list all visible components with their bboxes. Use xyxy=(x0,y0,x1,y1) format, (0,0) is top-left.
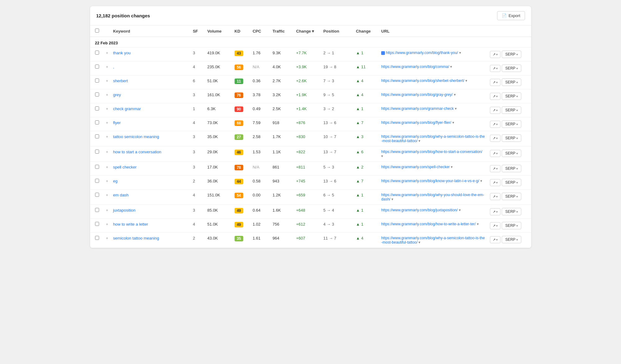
row-checkbox[interactable] xyxy=(95,208,99,212)
row-checkbox[interactable] xyxy=(95,165,99,169)
serp-button[interactable]: SERP ▾ xyxy=(502,222,521,229)
chart-button[interactable]: ↗ ▾ xyxy=(490,79,500,86)
chart-button[interactable]: ↗ ▾ xyxy=(490,165,500,172)
row-checkbox[interactable] xyxy=(95,120,99,124)
serp-button[interactable]: SERP ▾ xyxy=(502,193,521,200)
chart-button[interactable]: ↗ ▾ xyxy=(490,193,500,200)
url-link[interactable]: https://www.grammarly.com/blog/know-your… xyxy=(381,179,479,183)
url-dropdown-icon[interactable]: ▾ xyxy=(452,120,454,125)
chart-button[interactable]: ↗ ▾ xyxy=(490,121,500,128)
chart-dropdown-icon[interactable]: ▾ xyxy=(496,181,498,184)
col-checkbox[interactable] xyxy=(90,25,103,37)
chart-button[interactable]: ↗ ▾ xyxy=(490,179,500,186)
serp-button[interactable]: SERP ▾ xyxy=(502,51,521,58)
row-expand-cell[interactable]: + xyxy=(103,176,111,190)
serp-button[interactable]: SERP ▾ xyxy=(502,134,521,142)
keyword-link[interactable]: juxtaposition xyxy=(113,208,135,213)
url-link[interactable]: https://www.grammarly.com/blog/how-to-st… xyxy=(381,150,482,154)
col-position[interactable]: Position xyxy=(321,25,354,37)
url-link[interactable]: https://www.grammarly.com/blog/how-to-wr… xyxy=(381,222,476,226)
chart-dropdown-icon[interactable]: ▾ xyxy=(496,81,498,84)
row-expand-cell[interactable]: + xyxy=(103,103,111,117)
row-checkbox[interactable] xyxy=(95,92,99,97)
chart-dropdown-icon[interactable]: ▾ xyxy=(496,152,498,155)
url-link[interactable]: https://www.grammarly.com/blog/why-a-sem… xyxy=(381,134,485,143)
url-dropdown-icon[interactable]: ▾ xyxy=(451,165,453,169)
keyword-link[interactable]: how to write a letter xyxy=(113,222,148,227)
row-checkbox[interactable] xyxy=(95,134,99,138)
keyword-link[interactable]: sherbert xyxy=(113,79,128,83)
serp-button[interactable]: SERP ▾ xyxy=(502,92,521,100)
url-dropdown-icon[interactable]: ▾ xyxy=(477,222,479,226)
row-checkbox[interactable] xyxy=(95,79,99,83)
url-dropdown-icon[interactable]: ▾ xyxy=(455,106,457,111)
row-expand-cell[interactable]: + xyxy=(103,162,111,176)
row-checkbox[interactable] xyxy=(95,51,99,55)
row-expand-cell[interactable]: + xyxy=(103,89,111,103)
chart-dropdown-icon[interactable]: ▾ xyxy=(496,95,498,98)
url-dropdown-icon[interactable]: ▾ xyxy=(391,197,393,201)
url-dropdown-icon[interactable]: ▾ xyxy=(465,79,467,83)
row-expand-cell[interactable]: + xyxy=(103,190,111,205)
url-link[interactable]: https://www.grammarly.com/blog/juxtaposi… xyxy=(381,208,458,212)
row-checkbox[interactable] xyxy=(95,150,99,154)
col-pos-change[interactable]: Change xyxy=(354,25,379,37)
col-volume[interactable]: Volume xyxy=(205,25,232,37)
chart-dropdown-icon[interactable]: ▾ xyxy=(496,137,498,140)
serp-button[interactable]: SERP ▾ xyxy=(502,165,521,172)
url-link[interactable]: https://www.grammarly.com/blog/comma/ xyxy=(381,65,449,69)
keyword-link[interactable]: grey xyxy=(113,92,121,97)
export-button[interactable]: 📄 Export xyxy=(497,11,525,20)
chart-button[interactable]: ↗ ▾ xyxy=(490,51,500,58)
serp-button[interactable]: SERP ▾ xyxy=(502,106,521,114)
col-sf[interactable]: SF xyxy=(190,25,205,37)
url-dropdown-icon[interactable]: ▾ xyxy=(480,179,482,183)
url-dropdown-icon[interactable]: ▾ xyxy=(459,208,461,212)
col-change[interactable]: Change ▾ xyxy=(294,25,321,37)
chart-button[interactable]: ↗ ▾ xyxy=(490,222,500,229)
row-expand-cell[interactable]: + xyxy=(103,75,111,89)
keyword-link[interactable]: tattoo semicolon meaning xyxy=(113,134,159,139)
chart-button[interactable]: ↗ ▾ xyxy=(490,208,500,215)
row-expand-cell[interactable]: + xyxy=(103,47,111,61)
url-dropdown-icon[interactable]: ▾ xyxy=(381,154,383,158)
row-expand-cell[interactable]: + xyxy=(103,233,111,248)
url-link[interactable]: https://www.grammarly.com/blog/sherbet-s… xyxy=(381,79,464,83)
chart-dropdown-icon[interactable]: ▾ xyxy=(496,195,498,198)
url-link[interactable]: https://www.grammarly.com/blog/why-you-s… xyxy=(381,193,484,201)
chart-button[interactable]: ↗ ▾ xyxy=(490,107,500,114)
url-link[interactable]: https://www.grammarly.com/blog/thank-you… xyxy=(386,51,458,55)
row-checkbox[interactable] xyxy=(95,65,99,69)
keyword-link[interactable]: eg xyxy=(113,179,117,183)
chart-dropdown-icon[interactable]: ▾ xyxy=(496,167,498,170)
row-expand-cell[interactable]: + xyxy=(103,61,111,75)
row-checkbox[interactable] xyxy=(95,193,99,197)
keyword-link[interactable]: check grammar xyxy=(113,106,141,111)
row-expand-cell[interactable]: + xyxy=(103,219,111,233)
row-checkbox[interactable] xyxy=(95,222,99,226)
keyword-link[interactable]: thank you xyxy=(113,51,130,55)
url-dropdown-icon[interactable]: ▾ xyxy=(450,65,452,69)
url-link[interactable]: https://www.grammarly.com/spell-checker xyxy=(381,165,450,169)
chart-dropdown-icon[interactable]: ▾ xyxy=(496,238,498,241)
select-all-checkbox[interactable] xyxy=(95,29,99,33)
url-link[interactable]: https://www.grammarly.com/blog/why-a-sem… xyxy=(381,236,485,245)
url-link[interactable]: https://www.grammarly.com/grammar-check xyxy=(381,106,454,111)
row-expand-cell[interactable]: + xyxy=(103,131,111,146)
serp-button[interactable]: SERP ▾ xyxy=(502,79,521,86)
serp-button[interactable]: SERP ▾ xyxy=(502,208,521,215)
url-link[interactable]: https://www.grammarly.com/blog/gray-grey… xyxy=(381,92,453,97)
url-link[interactable]: https://www.grammarly.com/blog/flyer-fli… xyxy=(381,120,451,125)
keyword-link[interactable]: flyer xyxy=(113,120,121,125)
serp-button[interactable]: SERP ▾ xyxy=(502,150,521,157)
url-dropdown-icon[interactable]: ▾ xyxy=(418,240,420,245)
chart-dropdown-icon[interactable]: ▾ xyxy=(496,224,498,227)
chart-dropdown-icon[interactable]: ▾ xyxy=(496,53,498,56)
col-traffic[interactable]: Traffic xyxy=(270,25,294,37)
keyword-link[interactable]: em dash xyxy=(113,193,129,197)
row-checkbox[interactable] xyxy=(95,106,99,110)
keyword-link[interactable]: , xyxy=(113,65,114,69)
chart-button[interactable]: ↗ ▾ xyxy=(490,236,500,243)
keyword-link[interactable]: how to start a conversation xyxy=(113,150,161,154)
serp-button[interactable]: SERP ▾ xyxy=(502,179,521,186)
